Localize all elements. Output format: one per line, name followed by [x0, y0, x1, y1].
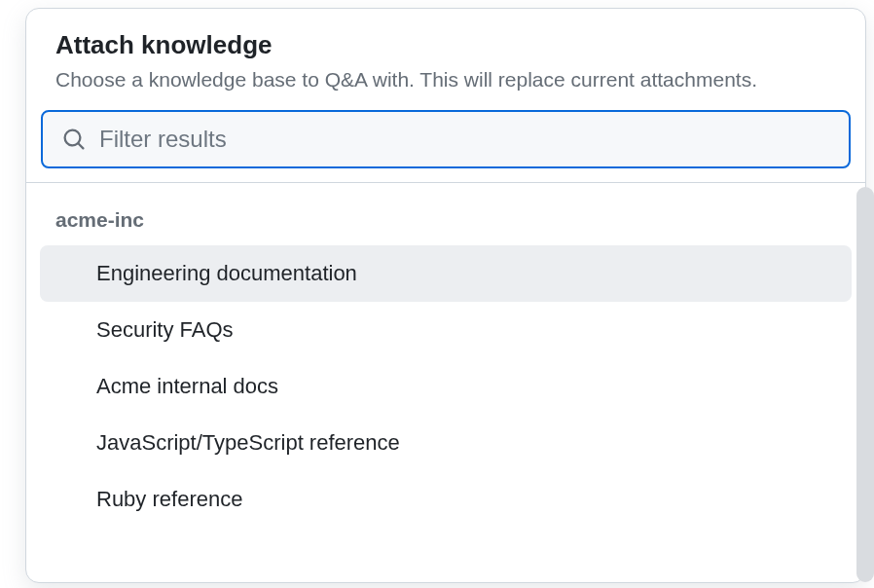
knowledge-base-item[interactable]: Ruby reference — [40, 471, 852, 528]
search-icon — [62, 128, 86, 151]
results-group-label: acme-inc — [40, 201, 852, 245]
results-scroll[interactable]: acme-inc Engineering documentation Secur… — [26, 183, 865, 582]
knowledge-base-item[interactable]: JavaScript/TypeScript reference — [40, 415, 852, 471]
dialog-header: Attach knowledge Choose a knowledge base… — [26, 9, 865, 110]
knowledge-base-label: Acme internal docs — [96, 374, 278, 399]
dialog-title: Attach knowledge — [55, 30, 836, 60]
knowledge-base-label: Security FAQs — [96, 317, 234, 343]
filter-input[interactable] — [99, 126, 829, 153]
attach-knowledge-dialog: Attach knowledge Choose a knowledge base… — [25, 8, 866, 583]
dialog-subtitle: Choose a knowledge base to Q&A with. Thi… — [55, 66, 836, 92]
search-box[interactable] — [41, 110, 851, 168]
knowledge-base-item[interactable]: Security FAQs — [40, 302, 852, 358]
knowledge-base-label: Ruby reference — [96, 487, 242, 512]
search-container — [26, 110, 865, 182]
scrollbar-thumb[interactable] — [856, 187, 874, 582]
knowledge-base-label: Engineering documentation — [96, 261, 357, 286]
results-list: acme-inc Engineering documentation Secur… — [26, 183, 865, 545]
scrollbar-track[interactable] — [856, 187, 874, 582]
knowledge-base-item[interactable]: Acme internal docs — [40, 358, 852, 415]
knowledge-base-label: JavaScript/TypeScript reference — [96, 430, 400, 456]
knowledge-base-item[interactable]: Engineering documentation — [40, 245, 852, 302]
